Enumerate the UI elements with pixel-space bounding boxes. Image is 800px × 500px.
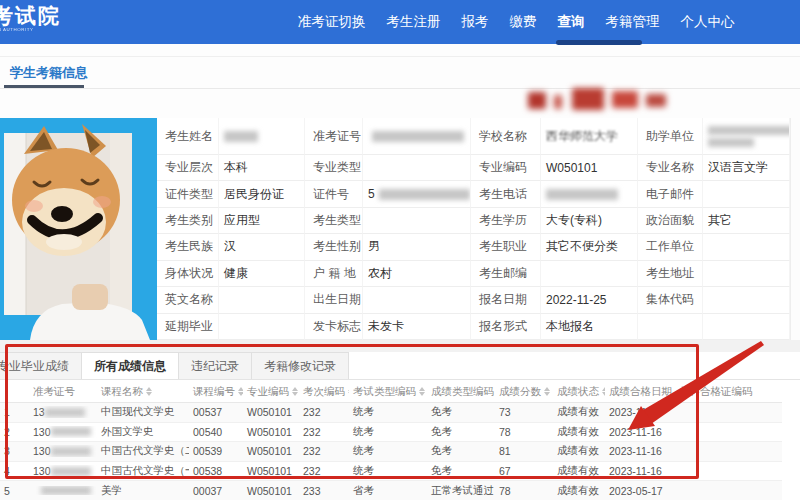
table-row: 3130中国古代文学史（二）00539W050101232统考免考81成绩有效2…	[0, 442, 782, 462]
form-value	[363, 208, 471, 234]
cell-status: 成绩有效	[553, 444, 605, 458]
col-header-course[interactable]: 课程名称	[97, 385, 189, 399]
form-label: 考生民族	[157, 234, 219, 260]
form-value-text: 其它不便分类	[546, 238, 618, 255]
form-value: 其它不便分类	[541, 234, 638, 260]
cell-ticket	[29, 486, 97, 495]
form-value	[541, 261, 638, 287]
sort-icon[interactable]	[292, 387, 298, 396]
nav-item-考籍管理[interactable]: 考籍管理	[606, 13, 660, 31]
nav-item-考生注册[interactable]: 考生注册	[387, 13, 441, 31]
redacted-ticket	[51, 467, 91, 476]
nav-item-个人中心[interactable]: 个人中心	[681, 13, 735, 31]
table-row: 113中国现代文学史00537W050101232统考免考73成绩有效2023-…	[0, 403, 782, 423]
tab-所有成绩信息[interactable]: 所有成绩信息	[81, 352, 179, 379]
cell-score: 78	[495, 426, 553, 438]
cell-major_code: W050101	[243, 485, 299, 497]
divider	[0, 56, 800, 57]
tab-专业毕业成绩[interactable]: 专业毕业成绩	[0, 352, 82, 379]
sort-icon[interactable]	[419, 387, 425, 396]
dog-photo-illustration	[0, 118, 157, 340]
nav-item-报考[interactable]: 报考	[462, 13, 489, 31]
cell-pass_date: 2023-05-17	[605, 485, 675, 497]
form-label: 考生类别	[157, 208, 219, 234]
form-label: 发卡标志	[305, 314, 363, 340]
form-value-text: W050101	[546, 161, 597, 175]
cell-status: 成绩有效	[553, 484, 605, 498]
cell-score: 78	[495, 485, 553, 497]
cell-idx: 3	[0, 445, 29, 457]
form-value-text: 农村	[368, 265, 392, 282]
form-label: 准考证号	[305, 118, 363, 155]
tab-违纪记录[interactable]: 违纪记录	[178, 352, 252, 379]
table-row: 4130中国古代文学史（一）00538W050101232统考免考67成绩有效2…	[0, 462, 782, 482]
form-value: 应用型	[219, 208, 305, 234]
redacted-value	[224, 131, 258, 142]
nav-item-准考证切换[interactable]: 准考证切换	[298, 13, 366, 31]
form-label: 考生类型	[305, 208, 363, 234]
form-value	[703, 261, 790, 287]
redacted-value	[379, 189, 470, 200]
cell-score_type: 正常考试通过	[427, 484, 495, 498]
sort-icon[interactable]	[146, 387, 152, 396]
cell-score_type: 免考	[427, 444, 495, 458]
form-label: 延期毕业	[157, 314, 219, 340]
form-label: 工作单位	[638, 234, 703, 260]
cell-session: 233	[299, 485, 349, 497]
form-label: 助学单位	[638, 118, 703, 155]
form-label: 专业名称	[638, 155, 703, 181]
form-label: 报名形式	[471, 314, 541, 340]
form-value: 健康	[219, 261, 305, 287]
col-header-course_code[interactable]: 课程编号	[189, 385, 243, 399]
form-value	[363, 118, 471, 155]
cell-score: 67	[495, 465, 553, 477]
col-header-major_code[interactable]: 专业编码	[243, 385, 299, 399]
cell-status: 成绩有效	[553, 425, 605, 439]
form-value-text: 本地报名	[546, 318, 594, 335]
form-value: 5	[363, 181, 471, 207]
cell-course: 中国古代文学史（一）	[97, 464, 189, 478]
form-label: 考生地址	[638, 261, 703, 287]
nav-item-缴费[interactable]: 缴费	[510, 13, 537, 31]
logo-text: 考试院	[0, 5, 67, 27]
cell-ticket: 130	[29, 445, 97, 457]
form-label: 集体代码	[638, 287, 703, 313]
cell-course: 中国古代文学史（二）	[97, 444, 189, 458]
form-label: 考生电话	[471, 181, 541, 207]
divider-strip	[0, 340, 800, 352]
col-header-ticket: 准考证号	[29, 385, 97, 399]
cell-exam_type: 统考	[349, 464, 427, 478]
form-value	[703, 287, 790, 313]
scores-table: 准考证号课程名称课程编号专业编码考次编码考试类型编码成绩类型编码成绩分数成绩状态…	[0, 381, 782, 500]
cell-exam_type: 统考	[349, 425, 427, 439]
cell-score: 81	[495, 445, 553, 457]
redacted-value	[708, 126, 790, 147]
form-value	[219, 118, 305, 155]
candidate-photo	[0, 118, 157, 340]
form-label: 学校名称	[471, 118, 541, 155]
col-header-score[interactable]: 成绩分数	[495, 385, 553, 399]
cell-exam_type: 省考	[349, 484, 427, 498]
form-label: 考生职业	[471, 234, 541, 260]
tab-考籍修改记录[interactable]: 考籍修改记录	[251, 352, 349, 379]
cell-session: 232	[299, 406, 349, 418]
col-header-status[interactable]: 成绩状态	[553, 385, 605, 399]
cell-course: 外国文学史	[97, 425, 189, 439]
student-record-page: 考试院 ION AUTHORITY 准考证切换考生注册报考缴费查询考籍管理个人中…	[0, 0, 800, 500]
form-value: 汉语言文学	[703, 155, 790, 181]
form-value-text: 其它	[708, 212, 732, 229]
form-value	[703, 314, 790, 340]
col-header-session[interactable]: 考次编码	[299, 385, 349, 399]
form-label: 电子邮件	[638, 181, 703, 207]
cell-pass_date: 2023-11-16	[605, 426, 675, 438]
nav-item-查询[interactable]: 查询	[558, 13, 585, 31]
form-value: 其它	[703, 208, 790, 234]
col-header-score_type[interactable]: 成绩类型编码	[427, 385, 495, 399]
cell-ticket: 13	[29, 406, 97, 418]
col-header-pass_date[interactable]: 成绩合格日期	[605, 385, 675, 399]
form-value	[363, 155, 471, 181]
page-title: 学生考籍信息	[10, 64, 88, 82]
redacted-value	[546, 189, 618, 200]
col-header-exam_type[interactable]: 考试类型编码	[349, 385, 427, 399]
sort-icon[interactable]	[544, 387, 550, 396]
